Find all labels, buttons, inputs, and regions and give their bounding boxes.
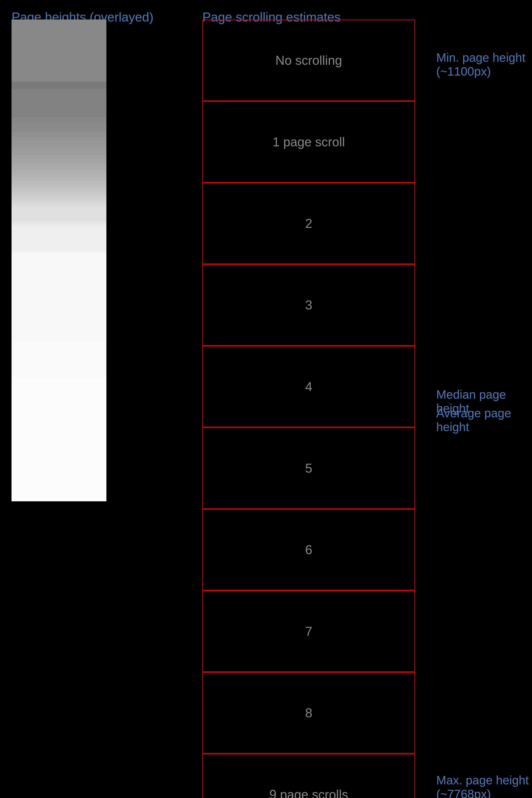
page-bar-42 <box>12 224 107 226</box>
page-bar-32 <box>12 199 107 201</box>
page-bar-5 <box>12 128 107 132</box>
scroll-box-label-8: 8 <box>305 706 312 720</box>
page-bar-14 <box>12 161 107 164</box>
page-bar-7 <box>12 136 107 140</box>
page-bar-29 <box>12 194 107 196</box>
page-bar-9 <box>12 144 107 148</box>
page-bar-36 <box>12 205 107 207</box>
page-bar-37 <box>12 207 107 208</box>
scroll-box-label-2: 2 <box>305 216 312 231</box>
scroll-box-label-3: 3 <box>305 298 312 312</box>
page-bar-22 <box>12 181 107 183</box>
page-bar-21 <box>12 179 107 181</box>
scroll-box-6: 6 <box>202 509 415 590</box>
annotation-max-height: Max. page height (~7768px) <box>436 773 532 798</box>
page-bar-16 <box>12 167 107 169</box>
page-bar-15 <box>12 164 107 167</box>
page-bar-1 <box>12 81 107 89</box>
page-bar-6 <box>12 132 107 136</box>
scroll-box-label-7: 7 <box>305 624 312 639</box>
page-bar-26 <box>12 189 107 191</box>
page-bar-27 <box>12 191 107 193</box>
page-bar-12 <box>12 155 107 158</box>
page-bar-48 <box>12 253 107 342</box>
page-bar-4 <box>12 122 107 128</box>
page-bar-19 <box>12 174 107 176</box>
page-bar-49 <box>12 342 107 377</box>
left-panel <box>12 19 107 779</box>
scroll-box-5: 5 <box>202 428 415 509</box>
scroll-box-1: 1 page scroll <box>202 101 415 183</box>
scroll-box-9: 9 page scrolls <box>202 754 415 798</box>
scroll-box-label-4: 4 <box>305 379 312 394</box>
page-bar-34 <box>12 203 107 204</box>
page-bar-38 <box>12 208 107 221</box>
scroll-box-0: No scrolling <box>202 19 415 101</box>
scroll-box-4: 4 <box>202 346 415 428</box>
page-bar-2 <box>12 89 107 117</box>
page-bar-23 <box>12 183 107 185</box>
page-bar-41 <box>12 223 107 224</box>
page-bar-10 <box>12 148 107 151</box>
page-bar-0 <box>12 19 107 81</box>
page-bar-40 <box>12 222 107 223</box>
page-bar-24 <box>12 185 107 187</box>
page-bar-33 <box>12 201 107 203</box>
scroll-box-label-1: 1 page scroll <box>272 135 345 149</box>
page-bar-8 <box>12 140 107 144</box>
scroll-box-label-5: 5 <box>305 461 312 475</box>
scroll-box-7: 7 <box>202 590 415 672</box>
scroll-box-label-6: 6 <box>305 543 312 557</box>
page-bar-18 <box>12 172 107 174</box>
page-bar-50 <box>12 377 107 501</box>
scroll-box-label-9: 9 page scrolls <box>269 787 348 798</box>
annotation-average-height: Average page height <box>436 406 532 434</box>
page-bar-3 <box>12 117 107 122</box>
page-bar-31 <box>12 198 107 199</box>
page-bar-35 <box>12 204 107 205</box>
page-bar-13 <box>12 158 107 161</box>
right-panel: No scrolling1 page scroll23456789 page s… <box>202 19 415 798</box>
scroll-box-2: 2 <box>202 183 415 264</box>
page-bar-30 <box>12 196 107 198</box>
page-bar-20 <box>12 176 107 179</box>
annotation-min-height: Min. page height (~1100px) <box>436 51 532 78</box>
scroll-box-8: 8 <box>202 672 415 754</box>
page-bar-44 <box>12 227 107 250</box>
page-bar-17 <box>12 169 107 172</box>
page-bar-25 <box>12 187 107 189</box>
scroll-box-3: 3 <box>202 264 415 346</box>
page-bar-39 <box>12 221 107 222</box>
page-bar-28 <box>12 193 107 194</box>
scroll-box-label-0: No scrolling <box>276 53 342 68</box>
page-bar-43 <box>12 226 107 227</box>
page-bar-11 <box>12 151 107 155</box>
